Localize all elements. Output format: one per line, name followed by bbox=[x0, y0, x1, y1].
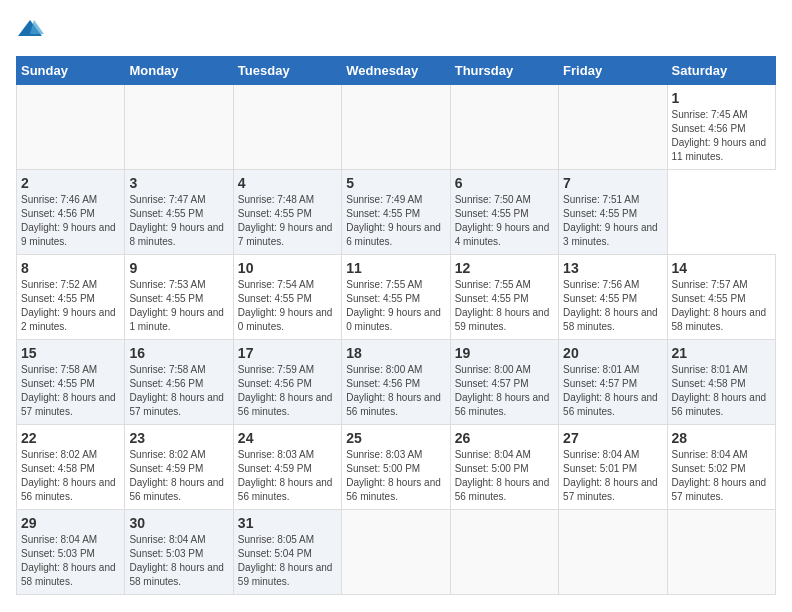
calendar-cell bbox=[125, 85, 233, 170]
day-number: 13 bbox=[563, 260, 662, 276]
day-detail: Sunrise: 8:02 AMSunset: 4:59 PMDaylight:… bbox=[129, 448, 228, 504]
day-number: 21 bbox=[672, 345, 771, 361]
day-detail: Sunrise: 8:04 AMSunset: 5:02 PMDaylight:… bbox=[672, 448, 771, 504]
calendar-cell: 26Sunrise: 8:04 AMSunset: 5:00 PMDayligh… bbox=[450, 425, 558, 510]
day-number: 22 bbox=[21, 430, 120, 446]
day-detail: Sunrise: 8:05 AMSunset: 5:04 PMDaylight:… bbox=[238, 533, 337, 589]
day-detail: Sunrise: 8:00 AMSunset: 4:56 PMDaylight:… bbox=[346, 363, 445, 419]
day-number: 23 bbox=[129, 430, 228, 446]
day-number: 12 bbox=[455, 260, 554, 276]
day-header-thursday: Thursday bbox=[450, 57, 558, 85]
day-number: 31 bbox=[238, 515, 337, 531]
day-detail: Sunrise: 8:02 AMSunset: 4:58 PMDaylight:… bbox=[21, 448, 120, 504]
calendar-cell: 22Sunrise: 8:02 AMSunset: 4:58 PMDayligh… bbox=[17, 425, 125, 510]
day-detail: Sunrise: 8:04 AMSunset: 5:03 PMDaylight:… bbox=[21, 533, 120, 589]
calendar-table: SundayMondayTuesdayWednesdayThursdayFrid… bbox=[16, 56, 776, 595]
day-header-tuesday: Tuesday bbox=[233, 57, 341, 85]
day-number: 4 bbox=[238, 175, 337, 191]
calendar-cell: 31Sunrise: 8:05 AMSunset: 5:04 PMDayligh… bbox=[233, 510, 341, 595]
calendar-cell: 1Sunrise: 7:45 AMSunset: 4:56 PMDaylight… bbox=[667, 85, 775, 170]
day-detail: Sunrise: 7:52 AMSunset: 4:55 PMDaylight:… bbox=[21, 278, 120, 334]
calendar-cell: 29Sunrise: 8:04 AMSunset: 5:03 PMDayligh… bbox=[17, 510, 125, 595]
day-number: 1 bbox=[672, 90, 771, 106]
calendar-cell bbox=[450, 510, 558, 595]
day-number: 6 bbox=[455, 175, 554, 191]
calendar-cell: 11Sunrise: 7:55 AMSunset: 4:55 PMDayligh… bbox=[342, 255, 450, 340]
day-detail: Sunrise: 8:04 AMSunset: 5:00 PMDaylight:… bbox=[455, 448, 554, 504]
day-header-friday: Friday bbox=[559, 57, 667, 85]
calendar-cell: 21Sunrise: 8:01 AMSunset: 4:58 PMDayligh… bbox=[667, 340, 775, 425]
calendar-week-row: 2Sunrise: 7:46 AMSunset: 4:56 PMDaylight… bbox=[17, 170, 776, 255]
calendar-cell: 19Sunrise: 8:00 AMSunset: 4:57 PMDayligh… bbox=[450, 340, 558, 425]
calendar-cell bbox=[17, 85, 125, 170]
day-number: 24 bbox=[238, 430, 337, 446]
day-header-monday: Monday bbox=[125, 57, 233, 85]
svg-marker-1 bbox=[30, 20, 44, 34]
day-header-saturday: Saturday bbox=[667, 57, 775, 85]
calendar-week-row: 29Sunrise: 8:04 AMSunset: 5:03 PMDayligh… bbox=[17, 510, 776, 595]
day-detail: Sunrise: 8:03 AMSunset: 5:00 PMDaylight:… bbox=[346, 448, 445, 504]
day-detail: Sunrise: 7:55 AMSunset: 4:55 PMDaylight:… bbox=[346, 278, 445, 334]
calendar-cell bbox=[667, 510, 775, 595]
day-detail: Sunrise: 7:47 AMSunset: 4:55 PMDaylight:… bbox=[129, 193, 228, 249]
calendar-cell: 2Sunrise: 7:46 AMSunset: 4:56 PMDaylight… bbox=[17, 170, 125, 255]
calendar-cell: 30Sunrise: 8:04 AMSunset: 5:03 PMDayligh… bbox=[125, 510, 233, 595]
logo bbox=[16, 16, 48, 44]
day-detail: Sunrise: 7:51 AMSunset: 4:55 PMDaylight:… bbox=[563, 193, 662, 249]
calendar-cell: 4Sunrise: 7:48 AMSunset: 4:55 PMDaylight… bbox=[233, 170, 341, 255]
calendar-week-row: 15Sunrise: 7:58 AMSunset: 4:55 PMDayligh… bbox=[17, 340, 776, 425]
day-number: 28 bbox=[672, 430, 771, 446]
day-detail: Sunrise: 8:01 AMSunset: 4:58 PMDaylight:… bbox=[672, 363, 771, 419]
day-number: 17 bbox=[238, 345, 337, 361]
day-number: 20 bbox=[563, 345, 662, 361]
day-number: 14 bbox=[672, 260, 771, 276]
day-detail: Sunrise: 7:45 AMSunset: 4:56 PMDaylight:… bbox=[672, 108, 771, 164]
day-number: 25 bbox=[346, 430, 445, 446]
day-detail: Sunrise: 8:04 AMSunset: 5:03 PMDaylight:… bbox=[129, 533, 228, 589]
day-number: 30 bbox=[129, 515, 228, 531]
day-detail: Sunrise: 7:57 AMSunset: 4:55 PMDaylight:… bbox=[672, 278, 771, 334]
calendar-cell bbox=[450, 85, 558, 170]
day-detail: Sunrise: 8:01 AMSunset: 4:57 PMDaylight:… bbox=[563, 363, 662, 419]
calendar-cell: 3Sunrise: 7:47 AMSunset: 4:55 PMDaylight… bbox=[125, 170, 233, 255]
calendar-cell: 7Sunrise: 7:51 AMSunset: 4:55 PMDaylight… bbox=[559, 170, 667, 255]
day-header-sunday: Sunday bbox=[17, 57, 125, 85]
calendar-cell: 23Sunrise: 8:02 AMSunset: 4:59 PMDayligh… bbox=[125, 425, 233, 510]
calendar-cell: 10Sunrise: 7:54 AMSunset: 4:55 PMDayligh… bbox=[233, 255, 341, 340]
logo-icon bbox=[16, 16, 44, 44]
day-header-wednesday: Wednesday bbox=[342, 57, 450, 85]
day-detail: Sunrise: 8:04 AMSunset: 5:01 PMDaylight:… bbox=[563, 448, 662, 504]
day-number: 26 bbox=[455, 430, 554, 446]
calendar-cell: 28Sunrise: 8:04 AMSunset: 5:02 PMDayligh… bbox=[667, 425, 775, 510]
day-number: 10 bbox=[238, 260, 337, 276]
day-detail: Sunrise: 7:49 AMSunset: 4:55 PMDaylight:… bbox=[346, 193, 445, 249]
calendar-cell bbox=[342, 85, 450, 170]
day-detail: Sunrise: 7:46 AMSunset: 4:56 PMDaylight:… bbox=[21, 193, 120, 249]
calendar-week-row: 8Sunrise: 7:52 AMSunset: 4:55 PMDaylight… bbox=[17, 255, 776, 340]
day-number: 18 bbox=[346, 345, 445, 361]
day-number: 8 bbox=[21, 260, 120, 276]
calendar-cell: 9Sunrise: 7:53 AMSunset: 4:55 PMDaylight… bbox=[125, 255, 233, 340]
day-number: 2 bbox=[21, 175, 120, 191]
day-detail: Sunrise: 7:58 AMSunset: 4:55 PMDaylight:… bbox=[21, 363, 120, 419]
calendar-cell: 17Sunrise: 7:59 AMSunset: 4:56 PMDayligh… bbox=[233, 340, 341, 425]
day-number: 19 bbox=[455, 345, 554, 361]
calendar-cell: 18Sunrise: 8:00 AMSunset: 4:56 PMDayligh… bbox=[342, 340, 450, 425]
calendar-cell: 27Sunrise: 8:04 AMSunset: 5:01 PMDayligh… bbox=[559, 425, 667, 510]
calendar-cell: 24Sunrise: 8:03 AMSunset: 4:59 PMDayligh… bbox=[233, 425, 341, 510]
day-number: 9 bbox=[129, 260, 228, 276]
day-number: 29 bbox=[21, 515, 120, 531]
day-detail: Sunrise: 7:55 AMSunset: 4:55 PMDaylight:… bbox=[455, 278, 554, 334]
calendar-cell: 15Sunrise: 7:58 AMSunset: 4:55 PMDayligh… bbox=[17, 340, 125, 425]
calendar-cell: 8Sunrise: 7:52 AMSunset: 4:55 PMDaylight… bbox=[17, 255, 125, 340]
day-detail: Sunrise: 7:50 AMSunset: 4:55 PMDaylight:… bbox=[455, 193, 554, 249]
calendar-cell bbox=[342, 510, 450, 595]
day-number: 15 bbox=[21, 345, 120, 361]
day-number: 27 bbox=[563, 430, 662, 446]
calendar-cell: 16Sunrise: 7:58 AMSunset: 4:56 PMDayligh… bbox=[125, 340, 233, 425]
day-number: 7 bbox=[563, 175, 662, 191]
calendar-cell: 12Sunrise: 7:55 AMSunset: 4:55 PMDayligh… bbox=[450, 255, 558, 340]
calendar-cell bbox=[233, 85, 341, 170]
page-header bbox=[16, 16, 776, 44]
calendar-cell bbox=[559, 510, 667, 595]
